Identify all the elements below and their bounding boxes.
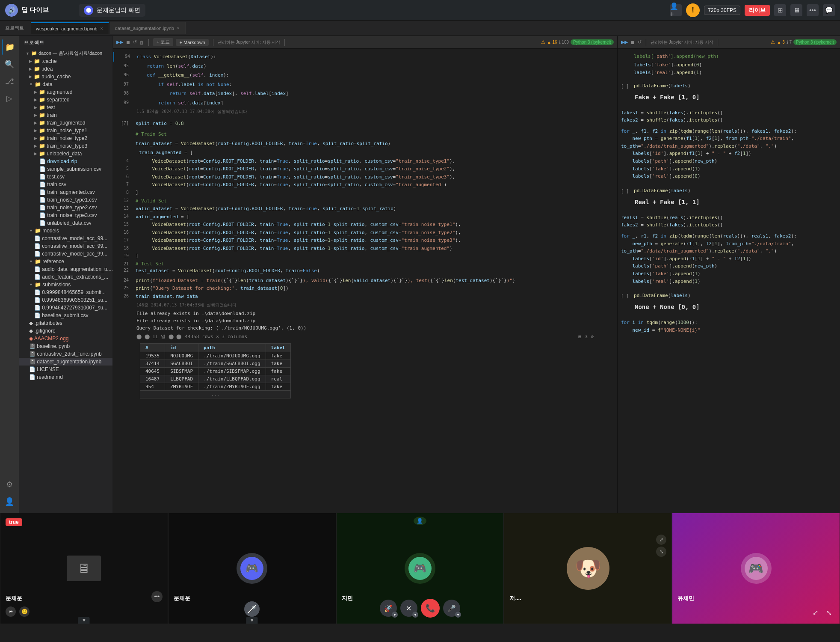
table-settings-btn[interactable]: ⚙ [591, 334, 594, 339]
panel1-chevron[interactable]: ▼ [78, 617, 90, 624]
activity-git[interactable]: ⎇ [2, 74, 17, 89]
sidebar-file-testcsv[interactable]: 📄 test.csv [19, 173, 112, 181]
sidebar-item-train[interactable]: ▶ 📁 train [19, 111, 112, 119]
sidebar-file-model3[interactable]: 📄 contrastive_model_acc_99... [19, 250, 112, 258]
sidebar-file-sub2[interactable]: 📄 0.99948369903503251_su... [19, 296, 112, 304]
ctrl-remove-btn[interactable]: ✕ ▼ [400, 600, 417, 617]
right-restart-btn[interactable]: ↺ [638, 39, 642, 45]
sidebar-file-noise1csv[interactable]: 📄 train_noise_type1.csv [19, 196, 112, 204]
sidebar-item-idea[interactable]: ▶ 📁 .idea [19, 65, 112, 73]
sidebar-file-ref1[interactable]: 📄 audio_data_augmentation_tu... [19, 265, 112, 273]
more-options-button[interactable]: ••• [807, 4, 819, 16]
sidebar-file-download[interactable]: 📄 download.zip [19, 158, 112, 165]
output-file1: File already exists in .\data\download.z… [113, 310, 617, 317]
restart-btn[interactable]: ↺ [133, 39, 137, 45]
activity-account[interactable]: 👤 [2, 494, 17, 509]
activity-debug[interactable]: ▷ [2, 91, 17, 106]
tab-close-right[interactable]: ✕ [177, 26, 180, 30]
ln-19: 19 [113, 253, 132, 259]
add-code-btn[interactable]: + 코드 [153, 38, 173, 46]
interrupt-btn[interactable]: ⏹ [126, 40, 130, 45]
panel2-chevron[interactable]: ▼ [246, 617, 258, 624]
dataframe-table-container: # id path label 19535 NOJUOU [113, 343, 617, 398]
sidebar-item-dacon[interactable]: ▼ 📁 dacon — 홈\자료입시료\dacon [19, 49, 112, 57]
sidebar-item-noise3[interactable]: ▶ 📁 train_noise_type3 [19, 142, 112, 150]
sidebar-file-readme[interactable]: 📄 readme.md [19, 373, 112, 381]
sidebar-file-sample[interactable]: 📄 sample_submission.csv [19, 165, 112, 173]
clear-btn[interactable]: 🗑 [139, 40, 144, 45]
sidebar-item-separated[interactable]: ▶ 📁 separated [19, 96, 112, 104]
right-code-area[interactable]: labels['path'].append(new_pth) labels['f… [618, 49, 840, 513]
panel4-expand2[interactable]: ⤡ [656, 547, 666, 557]
left-editor-pane: ▶▶ ⏹ ↺ 🗑 + 코드 + Markdown 관리하는 Jupyter 서버… [113, 36, 618, 513]
sidebar-file-ref2[interactable]: 📄 audio_feature_extractions_... [19, 273, 112, 281]
tab-left[interactable]: wespeaker_augmented.ipynb ✕ [31, 22, 109, 34]
panel1-label: 문채운 [6, 594, 22, 602]
sidebar-file-noise2csv[interactable]: 📄 train_noise_type2.csv [19, 204, 112, 211]
ctrl-mic-btn[interactable]: 🎤 ▼ [443, 600, 460, 617]
tab-right[interactable]: dataset_augmentation.ipynb ✕ [110, 22, 186, 34]
sidebar-file-noise3csv[interactable]: 📄 train_noise_type3.csv [19, 211, 112, 219]
panel1-more-btn[interactable]: ••• [151, 591, 163, 602]
warning-button[interactable]: ! [686, 3, 700, 17]
right-stop-btn[interactable]: ⏹ [630, 40, 635, 45]
panel1-star-icon[interactable]: ☀ [6, 606, 16, 617]
sidebar-item-noise2[interactable]: ▶ 📁 train_noise_type2 [19, 134, 112, 142]
sidebar-item-unlabeled[interactable]: ▶ 📁 unlabeled_data [19, 150, 112, 158]
add-friend-button[interactable]: 👤+ [670, 4, 682, 16]
sidebar-item-submissions[interactable]: ▼ 📁 submissions [19, 281, 112, 288]
table-filter-btn[interactable]: ⚗ [585, 334, 588, 339]
sidebar-item-reference[interactable]: ▼ 📁 reference [19, 258, 112, 265]
panel5-expand-btn2[interactable]: ⤡ [824, 607, 834, 618]
sidebar-file-aaacmp2[interactable]: ◆ AAACMP2.ogg [19, 335, 112, 342]
sidebar-file-traincsv[interactable]: 📄 train.csv [19, 181, 112, 188]
sidebar-item-test[interactable]: ▶ 📁 test [19, 104, 112, 111]
ctrl-remove-sub: ▼ [412, 612, 418, 618]
grid-view-button[interactable]: ⊞ [774, 4, 786, 16]
activity-search[interactable]: 🔍 [2, 56, 17, 72]
add-markdown-btn[interactable]: + Markdown [176, 39, 208, 46]
activity-explorer[interactable]: 📁 [2, 39, 17, 55]
sidebar-file-baseline-ipynb[interactable]: 📓 baseline.ipynb [19, 342, 112, 350]
sidebar-file-license[interactable]: 📄 LICENSE [19, 366, 112, 373]
output-none-none: None + None [0, 0] [618, 300, 840, 314]
chat-button[interactable]: 💬 [823, 4, 835, 16]
sidebar-file-dataset-aug[interactable]: 📓 dataset_augmentation.ipynb [19, 358, 112, 366]
sidebar-file-contrastive[interactable]: 📓 contrastive_2dist_func.ipynb [19, 350, 112, 358]
activity-settings[interactable]: ⚙ [2, 477, 17, 492]
sidebar-file-model1[interactable]: 📄 contrastive_model_acc_99... [19, 235, 112, 242]
sidebar-file-model2[interactable]: 📄 contrastive_model_acc_99... [19, 242, 112, 250]
sidebar-item-train-aug[interactable]: ▶ 📁 train_augmented [19, 119, 112, 127]
sidebar-file-unlabeled-csv[interactable]: 📄 unlabeled_data.csv [19, 219, 112, 227]
panel1-smile-icon[interactable]: 🙂 [19, 606, 30, 617]
monitor-button[interactable]: 🖥 [790, 4, 802, 16]
left-code-area[interactable]: 94 class VoiceDataset(Dataset): 95 retur… [113, 49, 617, 513]
ctrl-end-call-btn[interactable]: 📞 [421, 599, 440, 618]
sidebar-item-cache[interactable]: ▶ 📁 .cache [19, 57, 112, 65]
sidebar-item-data[interactable]: ▼ 📁 data [19, 80, 112, 88]
sidebar-item-audiocache[interactable]: ▶ 📁 audio_cache [19, 73, 112, 80]
sidebar-item-augmented[interactable]: ▶ 📁 augmented [19, 88, 112, 96]
right-run-btn[interactable]: ▶▶ [621, 39, 628, 45]
right-editor-pane: ▶▶ ⏹ ↺ 관리하는 Jupyter 서버: 자동 시작 ⚠ ▲ 3 ℹ 7 … [618, 36, 840, 513]
sidebar-file-baseline-csv[interactable]: 📄 baseline_submit.csv [19, 312, 112, 319]
table-expand-btn[interactable]: ⊞ [578, 334, 581, 339]
panel2-mute-btn[interactable]: 🎤 [244, 601, 260, 617]
line-num-95: 95 [113, 62, 132, 71]
right-code-line3: labels['real'].append(1) [618, 69, 840, 77]
sidebar-item-noise1[interactable]: ▶ 📁 train_noise_type1 [19, 127, 112, 134]
sidebar-item-models[interactable]: ▼ 📁 models [19, 227, 112, 235]
cell-label1: fake [266, 352, 290, 360]
panel4-expand1[interactable]: ⤢ [656, 535, 666, 545]
ctrl-screen-btn[interactable]: 🚀 ▼ [380, 600, 397, 617]
tab-close-left[interactable]: ✕ [100, 27, 104, 31]
panel4-side-icons: ⤢ ⤡ [656, 535, 666, 557]
sidebar-file-sub1[interactable]: 📄 0.9999848465659_submit... [19, 288, 112, 296]
sidebar-file-sub3[interactable]: 📄 0.99946427279310007_su... [19, 304, 112, 312]
sidebar-file-train-aug-csv[interactable]: 📄 train_augmented.csv [19, 188, 112, 196]
panel5-expand-btn1[interactable]: ⤢ [810, 607, 821, 618]
sidebar-file-gitattr[interactable]: ◆ .gitattributes [19, 319, 112, 327]
quality-badge: 720p 30FPS [704, 6, 740, 15]
run-all-btn[interactable]: ▶▶ [116, 39, 123, 45]
sidebar-file-gitignore[interactable]: ◆ .gitignore [19, 327, 112, 335]
